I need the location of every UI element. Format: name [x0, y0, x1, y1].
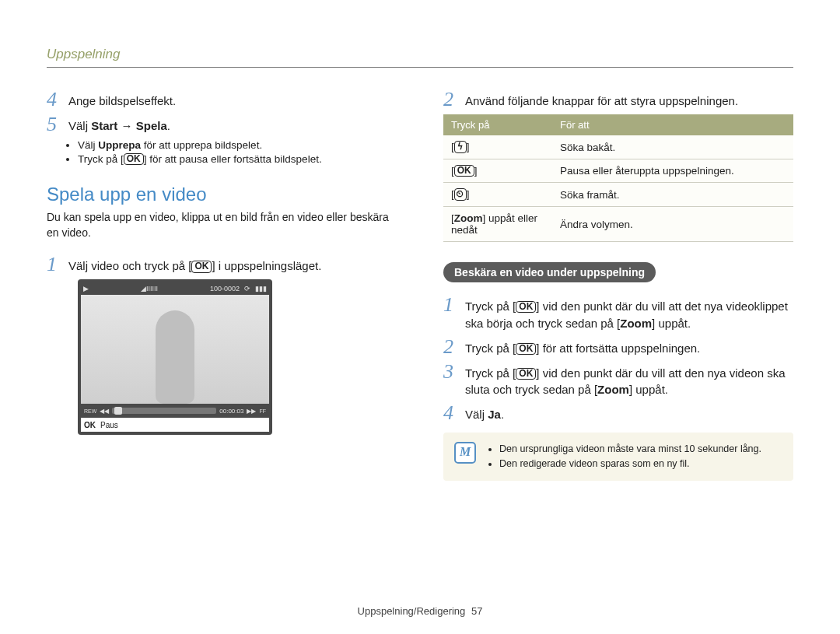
- step-2-controls: 2 Använd följande knappar för att styra …: [443, 89, 793, 110]
- ff-icon: ▶▶: [247, 408, 256, 415]
- step-number: 1: [443, 295, 465, 315]
- step-body: Välj Ja.: [465, 403, 504, 423]
- timer-icon: ⏲: [454, 188, 467, 201]
- progress-track: [112, 408, 216, 414]
- text: .: [501, 408, 504, 421]
- timestamp: 00:00:03: [219, 408, 243, 415]
- step-number: 1: [47, 254, 68, 275]
- text: .: [167, 119, 170, 132]
- note-box: M Den ursprungliga videon måste vara min…: [443, 433, 793, 481]
- action-cell: Söka bakåt.: [552, 135, 793, 159]
- sub-bullets: Välj Upprepa för att upprepa bildspelet.…: [78, 139, 397, 165]
- two-column-layout: 4 Ange bildspelseffekt. 5 Välj Start → S…: [47, 89, 793, 481]
- rew-label: REW: [84, 408, 96, 414]
- ok-icon: OK: [124, 153, 144, 165]
- bold: Spela: [136, 119, 167, 132]
- ok-icon: OK: [516, 368, 536, 380]
- camera-screenshot: ▶ ◢IIIIII 100-0002 ⟳ ▮▮▮ REW ◀◀: [78, 279, 272, 435]
- screenshot-footer: OK Paus: [81, 418, 269, 432]
- step-number: 3: [443, 362, 465, 382]
- trim-step-1: 1 Tryck på [OK] vid den punkt där du vil…: [443, 295, 793, 332]
- step-body: Tryck på [OK] vid den punkt där du vill …: [465, 295, 793, 332]
- page-number: 57: [471, 605, 482, 617]
- trim-step-2: 2 Tryck på [OK] för att fortsätta uppspe…: [443, 337, 793, 357]
- bullet: Tryck på [OK] för att pausa eller fortsä…: [78, 153, 397, 165]
- step-body: Ange bildspelseffekt.: [68, 89, 176, 110]
- volume-indicator-icon: ◢IIIIII: [89, 285, 210, 292]
- action-cell: Pausa eller återuppta uppspelningen.: [552, 159, 793, 183]
- table-row: [⏲] Söka framåt.: [443, 183, 793, 207]
- table-header: För att: [552, 114, 793, 135]
- trim-step-3: 3 Tryck på [OK] vid den punkt där du vil…: [443, 362, 793, 399]
- key-cell: [OK]: [443, 159, 552, 183]
- subsection-pill: Beskära en video under uppspelning: [443, 262, 656, 282]
- ok-icon: OK: [516, 301, 536, 313]
- running-header: Uppspelning: [47, 47, 793, 62]
- counter: 100-0002: [210, 285, 240, 292]
- text: Tryck på [: [465, 342, 516, 355]
- step-1-play: 1 Välj video och tryck på [OK] i uppspel…: [47, 254, 397, 275]
- paus-label: Paus: [100, 421, 118, 429]
- step-body: Välj Start → Spela.: [68, 114, 170, 135]
- flash-icon: ϟ: [454, 141, 467, 153]
- orientation-icon: ⟳: [244, 285, 250, 292]
- bold: Ja: [488, 408, 501, 421]
- bold: Upprepa: [98, 139, 141, 151]
- step-number: 2: [443, 89, 465, 110]
- text: Tryck på [: [465, 366, 516, 380]
- text: ] för att pausa eller fortsätta bildspel…: [144, 153, 322, 165]
- step-number: 5: [47, 114, 68, 135]
- right-column: 2 Använd följande knappar för att styra …: [443, 89, 793, 481]
- text: ] uppåt.: [629, 383, 668, 396]
- text: Välj video och tryck på [: [68, 259, 191, 272]
- step-number: 4: [47, 89, 68, 110]
- table-header: Tryck på: [443, 114, 552, 135]
- step-4: 4 Ange bildspelseffekt.: [47, 89, 397, 110]
- bold: Start: [91, 119, 117, 132]
- text: Välj: [68, 119, 91, 132]
- screenshot-video-area: [81, 295, 269, 404]
- step-body: Använd följande knappar för att styra up…: [465, 89, 738, 110]
- screenshot-progress: REW ◀◀ 00:00:03 ▶▶ FF: [81, 404, 269, 418]
- text: →: [117, 119, 135, 132]
- table-row: [ϟ] Söka bakåt.: [443, 135, 793, 159]
- trim-step-4: 4 Välj Ja.: [443, 403, 793, 423]
- key-cell: [ϟ]: [443, 135, 552, 159]
- table-row: [OK] Pausa eller återuppta uppspelningen…: [443, 159, 793, 183]
- step-number: 4: [443, 403, 465, 423]
- table-row: [Zoom] uppåt eller nedåt Ändra volymen.: [443, 207, 793, 242]
- bold: Zoom: [597, 383, 629, 396]
- step-number: 2: [443, 337, 465, 357]
- battery-icon: ▮▮▮: [255, 285, 267, 292]
- step-body: Välj video och tryck på [OK] i uppspelni…: [68, 254, 321, 275]
- page-footer: Uppspelning/Redigering 57: [0, 605, 840, 617]
- bold: Zoom: [454, 212, 483, 224]
- header-divider: [47, 67, 793, 68]
- step-5: 5 Välj Start → Spela.: [47, 114, 397, 135]
- manual-page: Uppspelning 4 Ange bildspelseffekt. 5 Vä…: [0, 0, 840, 634]
- progress-handle: [114, 407, 122, 415]
- ok-label: OK: [84, 421, 96, 429]
- section-title: Spela upp en video: [47, 184, 397, 205]
- text: Välj: [78, 139, 98, 151]
- ok-icon: OK: [191, 261, 212, 272]
- step-body: Tryck på [OK] vid den punkt där du vill …: [465, 362, 793, 399]
- controls-table: Tryck på För att [ϟ] Söka bakåt. [OK] Pa…: [443, 114, 793, 242]
- rew-icon: ◀◀: [100, 408, 109, 415]
- note-item: Den ursprungliga videon måste vara minst…: [499, 442, 761, 457]
- left-column: 4 Ange bildspelseffekt. 5 Välj Start → S…: [47, 89, 397, 481]
- key-cell: [⏲]: [443, 183, 552, 207]
- action-cell: Söka framåt.: [552, 183, 793, 207]
- play-mode-icon: ▶: [83, 285, 89, 292]
- text: ] uppåt.: [652, 317, 691, 330]
- person-silhouette: [156, 310, 194, 404]
- text: för att upprepa bildspelet.: [141, 139, 262, 151]
- screenshot-top-bar: ▶ ◢IIIIII 100-0002 ⟳ ▮▮▮: [81, 282, 269, 295]
- bullet: Välj Upprepa för att upprepa bildspelet.: [78, 139, 397, 151]
- text: ] för att fortsätta uppspelningen.: [536, 342, 700, 355]
- ff-label: FF: [259, 408, 266, 414]
- action-cell: Ändra volymen.: [552, 207, 793, 242]
- section-intro: Du kan spela upp en video, klippa ut en …: [47, 210, 397, 240]
- ok-icon: OK: [454, 165, 474, 177]
- note-item: Den redigerade videon sparas som en ny f…: [499, 457, 761, 471]
